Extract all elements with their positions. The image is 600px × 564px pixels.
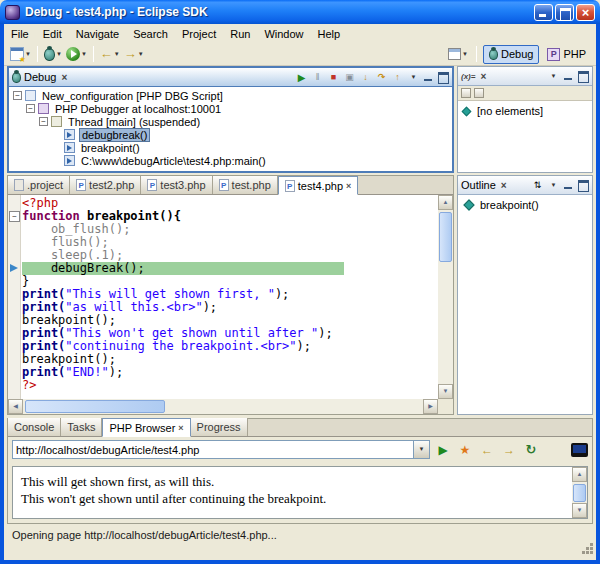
editor-tab[interactable]: .project bbox=[8, 176, 70, 194]
debug-tree-item[interactable]: −New_configuration [PHP DBG Script] bbox=[9, 89, 452, 102]
debug-tree-item[interactable]: C:\www\debugArticle\test4.php:main() bbox=[9, 154, 452, 167]
debug-view-icon bbox=[12, 72, 21, 83]
outline-item[interactable]: breakpoint() bbox=[458, 195, 592, 212]
debug-view-title[interactable]: Debug bbox=[24, 71, 56, 83]
debug-tree-item[interactable]: debugbreak() bbox=[9, 128, 452, 141]
view-menu-icon[interactable]: ▼ bbox=[406, 70, 421, 85]
editor-tab[interactable]: Ptest2.php bbox=[70, 176, 141, 194]
minimize-view-icon[interactable] bbox=[562, 179, 575, 191]
scroll-up-icon[interactable] bbox=[438, 195, 453, 210]
monitor-icon[interactable] bbox=[571, 443, 588, 457]
bottom-tab-tasks[interactable]: Tasks bbox=[61, 418, 102, 436]
maximize-button[interactable] bbox=[555, 4, 574, 21]
suspend-icon[interactable]: ‖ bbox=[310, 70, 325, 85]
show-logical-structure-icon[interactable] bbox=[474, 88, 484, 98]
close-button[interactable] bbox=[576, 4, 595, 21]
menu-search[interactable]: Search bbox=[126, 26, 175, 42]
bottom-tab-php-browser[interactable]: PHP Browser× bbox=[102, 418, 190, 437]
view-menu-icon[interactable]: ▼ bbox=[546, 69, 561, 84]
dropdown-icon[interactable]: ▼ bbox=[56, 51, 62, 57]
maximize-view-icon[interactable] bbox=[436, 71, 449, 83]
menu-navigate[interactable]: Navigate bbox=[69, 26, 126, 42]
debug-tree-item[interactable]: −Thread [main] (suspended) bbox=[9, 115, 452, 128]
maximize-view-icon[interactable] bbox=[576, 70, 589, 82]
sort-icon[interactable]: ⇅ bbox=[530, 178, 545, 193]
show-type-names-icon[interactable] bbox=[461, 88, 471, 98]
tree-expander-icon[interactable]: − bbox=[13, 91, 22, 100]
perspective-debug[interactable]: Debug bbox=[483, 45, 539, 64]
dropdown-icon[interactable]: ▼ bbox=[114, 51, 120, 57]
minimize-view-icon[interactable] bbox=[422, 71, 435, 83]
editor-tab[interactable]: Ptest3.php bbox=[141, 176, 212, 194]
scroll-down-icon[interactable] bbox=[438, 384, 453, 399]
scrollbar-corner bbox=[438, 399, 453, 414]
menu-file[interactable]: File bbox=[4, 26, 36, 42]
bottom-tab-console[interactable]: Console bbox=[8, 418, 61, 436]
browser-vscrollbar[interactable] bbox=[572, 467, 587, 518]
browser-forward-icon[interactable]: → bbox=[500, 443, 518, 457]
debug-perspective-icon bbox=[489, 49, 498, 60]
no-elements-label: [no elements] bbox=[477, 105, 543, 117]
editor-tab[interactable]: Ptest.php bbox=[213, 176, 278, 194]
debug-tree-item[interactable]: −PHP Debugger at localhost:10001 bbox=[9, 102, 452, 115]
debug-tree-item[interactable]: breakpoint() bbox=[9, 141, 452, 154]
run-launch-button[interactable]: ▼ bbox=[64, 44, 89, 64]
step-into-icon[interactable]: ↓ bbox=[358, 70, 373, 85]
editor-hscrollbar[interactable] bbox=[8, 399, 438, 414]
code-area[interactable]: <?phpfunction breakpoint(){ ob_flush(); … bbox=[22, 197, 438, 399]
perspective-php[interactable]: P PHP bbox=[541, 45, 592, 64]
minimize-button[interactable] bbox=[534, 4, 553, 21]
terminate-icon[interactable]: ■ bbox=[326, 70, 341, 85]
menu-project[interactable]: Project bbox=[175, 26, 223, 42]
vscroll-thumb[interactable] bbox=[573, 484, 586, 502]
outline-view-title[interactable]: Outline bbox=[461, 179, 496, 191]
go-icon[interactable]: ▶ bbox=[434, 443, 452, 457]
close-icon[interactable]: × bbox=[178, 423, 183, 433]
browser-back-icon[interactable]: ← bbox=[478, 443, 496, 457]
menu-window[interactable]: Window bbox=[257, 26, 310, 42]
bottom-tabs: ConsoleTasksPHP Browser×Progress bbox=[8, 419, 592, 437]
maximize-view-icon[interactable] bbox=[576, 179, 589, 191]
editor-tab[interactable]: Ptest4.php× bbox=[278, 176, 359, 195]
dropdown-icon[interactable]: ▼ bbox=[138, 51, 144, 57]
fold-collapse-icon[interactable]: − bbox=[9, 211, 20, 222]
resize-grip[interactable] bbox=[590, 543, 593, 546]
variables-view-toolbar: ▼ bbox=[546, 69, 589, 84]
tree-expander-icon[interactable]: − bbox=[39, 117, 48, 126]
step-over-icon[interactable]: ↷ bbox=[374, 70, 389, 85]
close-icon[interactable]: × bbox=[59, 72, 69, 83]
menu-help[interactable]: Help bbox=[311, 26, 348, 42]
browser-refresh-icon[interactable]: ↻ bbox=[522, 442, 540, 457]
editor-tabs: .projectPtest2.phpPtest3.phpPtest.phpPte… bbox=[8, 176, 453, 195]
close-icon[interactable]: × bbox=[478, 71, 488, 82]
scroll-right-icon[interactable] bbox=[423, 399, 438, 414]
hscroll-thumb[interactable] bbox=[25, 400, 165, 413]
menu-edit[interactable]: Edit bbox=[36, 26, 69, 42]
step-return-icon[interactable]: ↑ bbox=[390, 70, 405, 85]
scroll-up-icon[interactable] bbox=[572, 467, 587, 482]
view-menu-icon[interactable]: ▼ bbox=[546, 178, 561, 193]
debug-launch-button[interactable]: ▼ bbox=[42, 44, 64, 64]
nav-back-button[interactable]: ← ▼ bbox=[98, 44, 122, 64]
tree-expander-icon[interactable]: − bbox=[26, 104, 35, 113]
variables-tab-icon[interactable]: (x)= bbox=[461, 72, 475, 81]
resume-icon[interactable]: ▶ bbox=[294, 70, 309, 85]
editor-vscrollbar[interactable] bbox=[438, 195, 453, 399]
combo-dropdown-icon[interactable]: ▼ bbox=[413, 441, 429, 458]
open-perspective-button[interactable]: ▼ bbox=[446, 44, 470, 64]
bottom-tab-progress[interactable]: Progress bbox=[191, 418, 248, 436]
minimize-view-icon[interactable] bbox=[562, 70, 575, 82]
vscroll-thumb[interactable] bbox=[439, 212, 452, 262]
dropdown-icon[interactable]: ▼ bbox=[462, 51, 468, 57]
scroll-down-icon[interactable] bbox=[572, 503, 587, 518]
disconnect-icon[interactable]: ▣ bbox=[342, 70, 357, 85]
close-icon[interactable]: × bbox=[499, 180, 509, 191]
scroll-left-icon[interactable] bbox=[8, 399, 23, 414]
new-wizard-button[interactable]: ▼ bbox=[8, 44, 33, 64]
menu-run[interactable]: Run bbox=[223, 26, 257, 42]
nav-forward-button[interactable]: → ▼ bbox=[122, 44, 146, 64]
bookmark-icon[interactable]: ★ bbox=[456, 443, 474, 457]
dropdown-icon[interactable]: ▼ bbox=[81, 51, 87, 57]
close-icon[interactable]: × bbox=[346, 181, 351, 191]
url-input[interactable] bbox=[13, 442, 413, 457]
